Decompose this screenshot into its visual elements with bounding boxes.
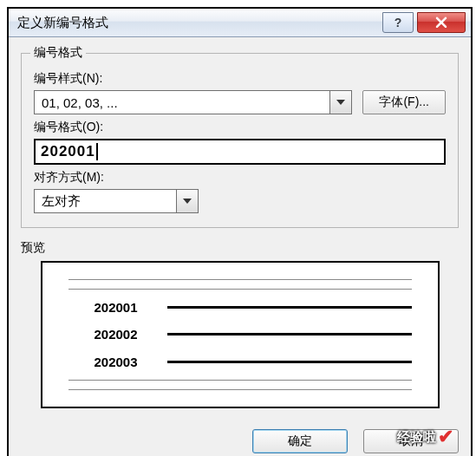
style-label: 编号样式(N): <box>34 71 446 87</box>
preview-line <box>68 289 412 290</box>
preview-label: 预览 <box>21 240 459 256</box>
titlebar: 定义新编号格式 ? <box>9 9 471 37</box>
close-icon <box>435 17 447 28</box>
preview-bar <box>167 333 412 335</box>
text-caret <box>96 143 98 160</box>
preview-line <box>68 389 412 390</box>
preview-number: 202001 <box>68 300 155 315</box>
dialog-body: 编号格式 编号样式(N): 01, 02, 03, ... 字体(F)... 编… <box>9 37 471 420</box>
cancel-button[interactable]: 取消 <box>363 429 459 453</box>
preview-line <box>68 380 412 381</box>
alignment-combo[interactable]: 左对齐 <box>34 189 199 213</box>
number-format-input[interactable]: 202001 <box>34 139 446 165</box>
ok-button[interactable]: 确定 <box>252 429 348 453</box>
preview-box: 202001 202002 202003 <box>41 261 440 408</box>
chevron-down-icon <box>329 91 351 114</box>
number-format-group: 编号格式 编号样式(N): 01, 02, 03, ... 字体(F)... 编… <box>21 53 459 228</box>
dialog-window: 定义新编号格式 ? 编号格式 编号样式(N): 01, 02, 03, ... … <box>7 7 473 456</box>
alignment-value: 左对齐 <box>35 193 176 210</box>
preview-number: 202003 <box>68 355 155 369</box>
number-style-value: 01, 02, 03, ... <box>35 95 329 110</box>
preview-number: 202002 <box>68 327 155 342</box>
window-title: 定义新编号格式 <box>9 15 382 31</box>
number-format-value: 202001 <box>41 143 95 160</box>
help-icon: ? <box>394 16 402 29</box>
number-style-combo[interactable]: 01, 02, 03, ... <box>34 90 352 114</box>
preview-item: 202001 <box>68 300 412 315</box>
format-label: 编号格式(O): <box>34 120 446 135</box>
close-button[interactable] <box>417 12 466 33</box>
dialog-footer: 确定 取消 <box>9 420 471 456</box>
preview-line <box>68 279 412 280</box>
preview-bar <box>167 306 412 309</box>
preview-item: 202003 <box>68 355 412 369</box>
preview-item: 202002 <box>68 327 412 342</box>
help-button[interactable]: ? <box>382 12 414 33</box>
chevron-down-icon <box>176 190 198 212</box>
preview-bar <box>167 361 412 363</box>
font-button[interactable]: 字体(F)... <box>362 90 446 114</box>
align-label: 对齐方式(M): <box>34 170 446 186</box>
group-legend: 编号格式 <box>30 45 86 61</box>
